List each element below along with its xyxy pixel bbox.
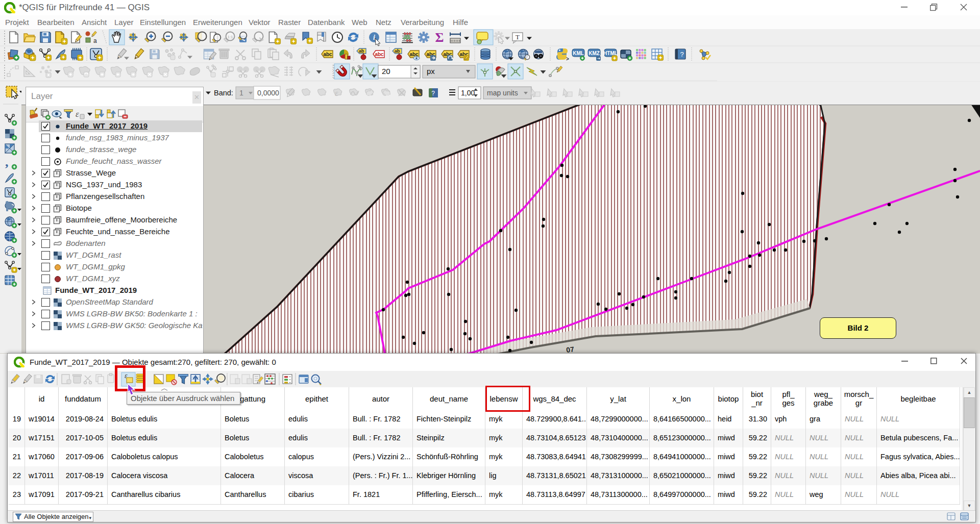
svg-text:ε: ε	[76, 109, 79, 119]
svg-text:1:1: 1:1	[227, 35, 233, 39]
svg-text:20: 20	[382, 67, 390, 76]
svg-text:Band:: Band:	[214, 89, 233, 97]
svg-text:⇥: ⇥	[597, 56, 600, 61]
svg-text:KMZ: KMZ	[589, 51, 600, 56]
svg-text:1,00: 1,00	[461, 89, 475, 97]
svg-text:ε: ε	[335, 89, 338, 97]
svg-text:abc: abc	[323, 52, 332, 57]
svg-text:ab: ab	[359, 48, 364, 54]
svg-text:i: i	[373, 34, 375, 41]
svg-text:,: ,	[5, 155, 9, 169]
svg-text:>: >	[566, 56, 569, 62]
svg-text:map units: map units	[487, 89, 518, 97]
svg-text:1: 1	[239, 89, 243, 97]
svg-text:T: T	[516, 33, 520, 41]
svg-text:0,0000: 0,0000	[257, 89, 279, 97]
svg-text:HTML: HTML	[603, 51, 618, 56]
svg-text:ab: ab	[395, 48, 400, 54]
svg-text:px: px	[427, 67, 435, 76]
svg-text:KML: KML	[573, 51, 584, 56]
svg-text:abc: abc	[375, 52, 384, 57]
svg-text:a: a	[93, 37, 97, 44]
svg-text:07: 07	[566, 345, 575, 354]
svg-text:?: ?	[680, 51, 683, 58]
svg-text:Σ: Σ	[435, 30, 444, 45]
svg-text:?: ?	[431, 90, 435, 97]
